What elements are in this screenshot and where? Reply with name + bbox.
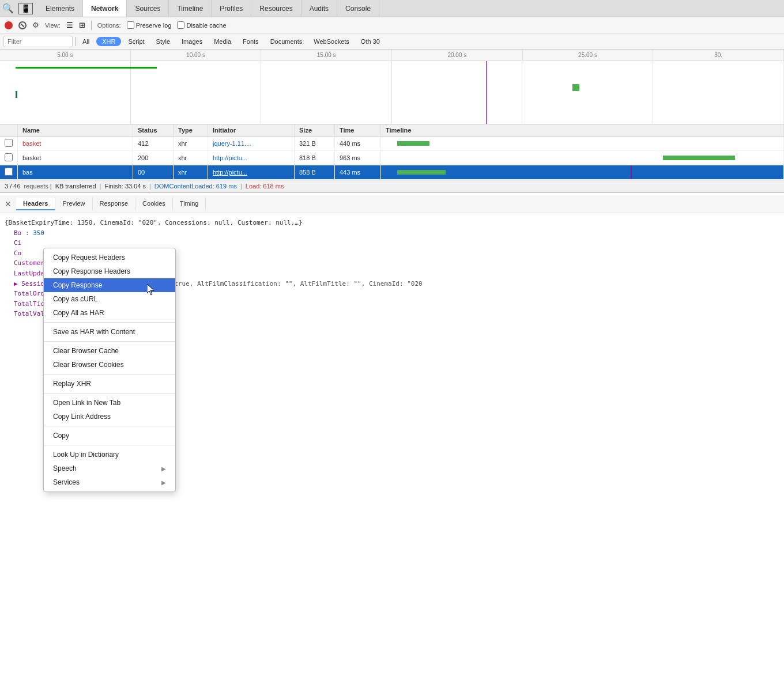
context-item-copy-all-har[interactable]: Copy All as HAR — [44, 306, 175, 320]
row1-time: 440 ms — [335, 137, 381, 151]
row2-initiator[interactable]: http://pictu... — [208, 151, 295, 165]
record-button[interactable] — [5, 21, 13, 29]
table-row[interactable]: basket 200 xhr http://pictu... 818 B 963… — [0, 151, 784, 165]
pipe-sep3: | — [240, 183, 242, 190]
filter-media[interactable]: Media — [209, 37, 236, 46]
network-toolbar: ⚙ View: ☰ ⊞ Options: Preserve log Disabl… — [0, 17, 784, 33]
disable-cache-checkbox[interactable] — [177, 21, 184, 29]
clear-button[interactable] — [18, 21, 27, 29]
status-bar: 3 / 46 requests | KB transferred | Finis… — [0, 180, 784, 192]
row3-size: 858 B — [295, 165, 335, 180]
json-line1: {BasketExpiryTime: 1350, CinemaId: "020"… — [5, 218, 779, 228]
filter-other[interactable]: Oth 30 — [356, 37, 385, 46]
row1-checkbox[interactable] — [0, 137, 18, 151]
load-time: Load: 618 ms — [246, 183, 284, 190]
json-ci-line: Ci — [5, 238, 779, 248]
context-item-services[interactable]: Services ▶ — [44, 475, 175, 489]
tree-view-icon[interactable]: ⊞ — [79, 21, 85, 29]
detail-tab-response[interactable]: Response — [93, 198, 136, 210]
row3-purple-line — [631, 165, 632, 179]
table-row[interactable]: basket 412 xhr jquery-1.11.... 321 B 440… — [0, 137, 784, 151]
detail-tab-preview[interactable]: Preview — [55, 198, 92, 210]
timeline-bar-row3 — [16, 91, 17, 98]
col-timeline[interactable]: Timeline — [381, 124, 784, 137]
filter-all[interactable]: All — [78, 37, 94, 46]
context-separator-4 — [44, 393, 175, 394]
col-size[interactable]: Size — [295, 124, 335, 137]
vertical-sep1 — [91, 21, 92, 30]
context-item-open-link[interactable]: Open Link in New Tab — [44, 396, 175, 410]
filter-xhr[interactable]: XHR — [96, 37, 121, 46]
detail-tab-timing[interactable]: Timing — [173, 198, 206, 210]
context-item-copy[interactable]: Copy — [44, 429, 175, 442]
row1-timeline — [381, 137, 784, 151]
detail-tab-headers[interactable]: Headers — [16, 198, 55, 210]
context-item-save-har[interactable]: Save as HAR with Content — [44, 325, 175, 339]
row1-initiator[interactable]: jquery-1.11.... — [208, 137, 295, 151]
filter-icon[interactable]: ⚙ — [32, 21, 39, 29]
row3-initiator[interactable]: http://pictu... — [208, 165, 295, 180]
row1-name: basket — [18, 137, 133, 151]
network-table: Name Status Type Initiator Size Time Tim… — [0, 124, 784, 180]
mobile-icon[interactable]: 📱 — [18, 3, 33, 14]
row3-type: xhr — [174, 165, 208, 180]
options-label: Options: — [97, 22, 121, 29]
tab-resources[interactable]: Resources — [251, 0, 301, 17]
preserve-log-label[interactable]: Preserve log — [127, 21, 172, 29]
tab-profiles[interactable]: Profiles — [212, 0, 251, 17]
filter-style[interactable]: Style — [152, 37, 175, 46]
context-item-clear-cache[interactable]: Clear Browser Cache — [44, 344, 175, 358]
context-item-lookup[interactable]: Look Up in Dictionary — [44, 448, 175, 462]
ruler-segment-3: 15.00 s — [261, 50, 392, 60]
context-item-replay-xhr[interactable]: Replay XHR — [44, 377, 175, 391]
ruler-segment-5: 25.00 s — [523, 50, 654, 60]
col-name[interactable]: Name — [18, 124, 133, 137]
close-button[interactable]: ✕ — [5, 199, 12, 209]
filter-fonts[interactable]: Fonts — [238, 37, 263, 46]
context-separator-3 — [44, 374, 175, 375]
context-item-copy-request-headers[interactable]: Copy Request Headers — [44, 251, 175, 264]
context-item-copy-as-curl[interactable]: Copy as cURL — [44, 292, 175, 306]
row3-checkbox[interactable] — [0, 165, 18, 180]
col-time[interactable]: Time — [335, 124, 381, 137]
filter-websockets[interactable]: WebSockets — [309, 37, 354, 46]
network-table-container: Name Status Type Initiator Size Time Tim… — [0, 124, 784, 180]
search-icon[interactable]: 🔍 — [2, 3, 14, 14]
table-row-selected[interactable]: bas 00 xhr http://pictu... 858 B 443 ms — [0, 165, 784, 180]
bo-val[interactable]: 350 — [33, 229, 44, 237]
filter-documents[interactable]: Documents — [266, 37, 307, 46]
col-checkbox — [0, 124, 18, 137]
context-item-speech[interactable]: Speech ▶ — [44, 462, 175, 475]
context-item-copy-link[interactable]: Copy Link Address — [44, 410, 175, 423]
disable-cache-label[interactable]: Disable cache — [177, 21, 226, 29]
tab-elements[interactable]: Elements — [37, 0, 83, 17]
context-item-clear-cookies[interactable]: Clear Browser Cookies — [44, 358, 175, 372]
row2-bar — [663, 156, 736, 160]
main-tabbar: 🔍 📱 Elements Network Sources Timeline Pr… — [0, 0, 784, 17]
tab-network[interactable]: Network — [83, 0, 127, 17]
preserve-log-checkbox[interactable] — [127, 21, 134, 29]
row3-bar — [397, 170, 446, 175]
tab-audits[interactable]: Audits — [301, 0, 337, 17]
col-type[interactable]: Type — [174, 124, 208, 137]
row1-bar — [397, 141, 429, 146]
filter-script[interactable]: Script — [123, 37, 149, 46]
view-label: View: — [45, 22, 61, 29]
row3-status: 00 — [133, 165, 174, 180]
tab-console[interactable]: Console — [337, 0, 379, 17]
requests-label: requests | — [24, 183, 52, 190]
col-status[interactable]: Status — [133, 124, 174, 137]
list-view-icon[interactable]: ☰ — [66, 21, 73, 29]
detail-tab-cookies[interactable]: Cookies — [135, 198, 173, 210]
row2-checkbox[interactable] — [0, 151, 18, 165]
context-item-copy-response-headers[interactable]: Copy Response Headers — [44, 264, 175, 278]
row2-timeline — [381, 151, 784, 165]
detail-header: ✕ Headers Preview Response Cookies Timin… — [0, 195, 784, 213]
tab-sources[interactable]: Sources — [127, 0, 169, 17]
filter-images[interactable]: Images — [177, 37, 207, 46]
filter-input[interactable] — [3, 36, 73, 47]
context-item-copy-response[interactable]: Copy Response — [44, 278, 175, 292]
col-initiator[interactable]: Initiator — [208, 124, 295, 137]
tab-timeline[interactable]: Timeline — [169, 0, 212, 17]
timeline-green-square — [572, 84, 579, 91]
